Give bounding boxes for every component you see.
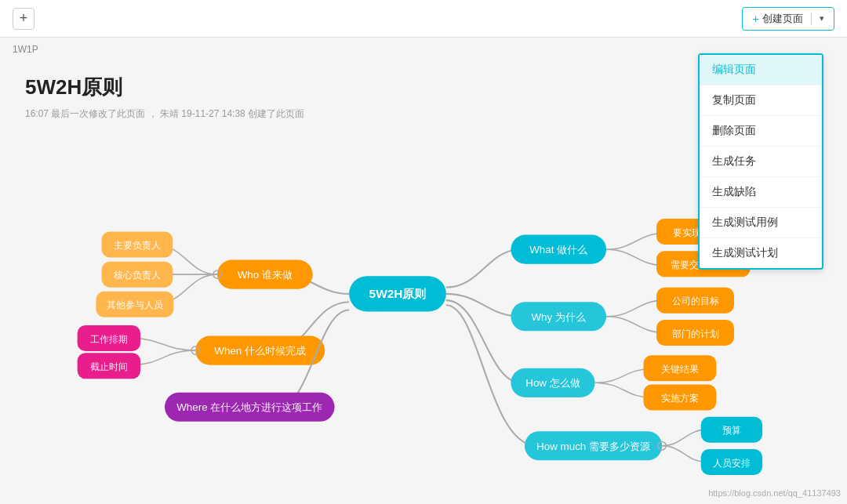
svg-text:实施方案: 实施方案 (661, 393, 699, 404)
svg-text:关键结果: 关键结果 (661, 364, 699, 375)
watermark: https://blog.csdn.net/qq_41137493 (708, 488, 841, 498)
svg-text:人员安排: 人员安排 (713, 458, 751, 469)
svg-text:其他参与人员: 其他参与人员 (107, 299, 163, 310)
top-bar-left: + (13, 8, 35, 30)
svg-text:工作排期: 工作排期 (90, 334, 128, 345)
svg-text:When 什么时候完成: When 什么时候完成 (214, 345, 306, 357)
svg-text:部门的计划: 部门的计划 (672, 328, 719, 339)
plus-icon: + (752, 12, 759, 25)
dropdown-item-gen-testcase[interactable]: 生成测试用例 (700, 208, 822, 238)
svg-text:5W2H原则: 5W2H原则 (369, 287, 427, 300)
svg-text:Why 为什么: Why 为什么 (531, 311, 586, 323)
dropdown-item-delete[interactable]: 删除页面 (700, 116, 822, 147)
dropdown-item-edit[interactable]: 编辑页面 (700, 55, 822, 85)
dropdown-arrow-icon: ▾ (820, 13, 824, 24)
button-divider (811, 13, 812, 25)
svg-text:核心负责人: 核心负责人 (113, 270, 161, 281)
svg-text:Who 谁来做: Who 谁来做 (238, 269, 293, 281)
breadcrumb-text: 1W1P (13, 44, 38, 55)
svg-text:公司的目标: 公司的目标 (672, 296, 719, 306)
dropdown-menu: 编辑页面 复制页面 删除页面 生成任务 生成缺陷 生成测试用例 生成测试计划 (698, 53, 823, 270)
create-page-label: 创建页面 (762, 12, 803, 26)
dropdown-item-gen-defect[interactable]: 生成缺陷 (700, 177, 822, 208)
svg-text:截止时间: 截止时间 (90, 361, 128, 372)
svg-text:主要负责人: 主要负责人 (114, 240, 161, 251)
svg-text:How 怎么做: How 怎么做 (525, 377, 580, 389)
create-page-button[interactable]: + 创建页面 ▾ (742, 7, 834, 31)
svg-text:Where 在什么地方进行这项工作: Where 在什么地方进行这项工作 (176, 401, 322, 413)
dropdown-item-copy[interactable]: 复制页面 (700, 85, 822, 116)
svg-text:How much 需要多少资源: How much 需要多少资源 (536, 441, 650, 452)
svg-text:What 做什么: What 做什么 (529, 244, 587, 256)
add-button[interactable]: + (13, 8, 35, 30)
top-bar: + + 创建页面 ▾ (0, 0, 847, 38)
dropdown-item-gen-testplan[interactable]: 生成测试计划 (700, 238, 822, 268)
svg-text:预算: 预算 (722, 425, 741, 436)
dropdown-item-gen-task[interactable]: 生成任务 (700, 147, 822, 177)
